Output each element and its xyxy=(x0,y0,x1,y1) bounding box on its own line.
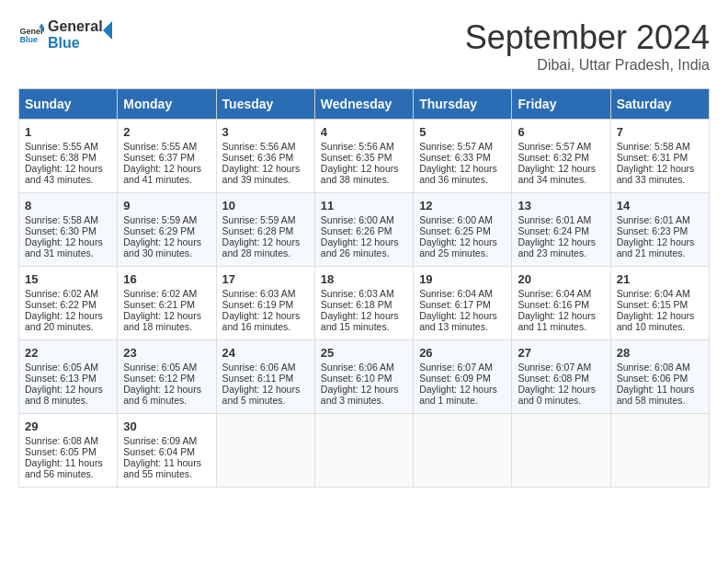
col-wednesday: Wednesday xyxy=(314,89,413,120)
svg-marker-2 xyxy=(39,23,44,27)
week-row-5: 29 Sunrise: 6:08 AM Sunset: 6:05 PM Dayl… xyxy=(19,414,710,488)
table-row: 10 Sunrise: 5:59 AM Sunset: 6:28 PM Dayl… xyxy=(216,193,314,267)
week-row-1: 1 Sunrise: 5:55 AM Sunset: 6:38 PM Dayli… xyxy=(19,120,710,193)
table-cell-empty xyxy=(314,414,413,488)
table-row: 23 Sunrise: 6:05 AM Sunset: 6:12 PM Dayl… xyxy=(118,340,216,414)
table-row: 14 Sunrise: 6:01 AM Sunset: 6:23 PM Dayl… xyxy=(610,193,709,267)
table-cell-empty xyxy=(216,414,314,488)
table-row: 22 Sunrise: 6:05 AM Sunset: 6:13 PM Dayl… xyxy=(19,340,118,414)
week-row-3: 15 Sunrise: 6:02 AM Sunset: 6:22 PM Dayl… xyxy=(19,267,710,340)
table-cell-empty xyxy=(414,414,512,488)
col-thursday: Thursday xyxy=(414,89,512,120)
svg-marker-4 xyxy=(103,21,112,40)
title-section: September 2024 Dibai, Uttar Pradesh, Ind… xyxy=(465,18,710,74)
logo-blue: Blue xyxy=(48,35,103,52)
table-row: 13 Sunrise: 6:01 AM Sunset: 6:24 PM Dayl… xyxy=(512,193,610,267)
calendar-header-row: Sunday Monday Tuesday Wednesday Thursday… xyxy=(19,89,710,120)
table-row: 21 Sunrise: 6:04 AM Sunset: 6:15 PM Dayl… xyxy=(610,267,709,340)
logo: General Blue General Blue xyxy=(18,18,121,51)
table-row: 20 Sunrise: 6:04 AM Sunset: 6:16 PM Dayl… xyxy=(512,267,610,340)
logo-general: General xyxy=(48,18,103,35)
col-tuesday: Tuesday xyxy=(216,89,314,120)
table-row: 6 Sunrise: 5:57 AM Sunset: 6:32 PM Dayli… xyxy=(512,120,610,193)
table-row: 8 Sunrise: 5:58 AM Sunset: 6:30 PM Dayli… xyxy=(19,193,118,267)
col-friday: Friday xyxy=(512,89,610,120)
table-row: 3 Sunrise: 5:56 AM Sunset: 6:36 PM Dayli… xyxy=(216,120,314,193)
table-row: 5 Sunrise: 5:57 AM Sunset: 6:33 PM Dayli… xyxy=(414,120,512,193)
page-header: General Blue General Blue September 2024… xyxy=(18,18,710,74)
table-row: 9 Sunrise: 5:59 AM Sunset: 6:29 PM Dayli… xyxy=(118,193,216,267)
table-row: 7 Sunrise: 5:58 AM Sunset: 6:31 PM Dayli… xyxy=(610,120,709,193)
table-row: 26 Sunrise: 6:07 AM Sunset: 6:09 PM Dayl… xyxy=(414,340,512,414)
col-saturday: Saturday xyxy=(610,89,709,120)
table-row: 16 Sunrise: 6:02 AM Sunset: 6:21 PM Dayl… xyxy=(118,267,216,340)
calendar-table: Sunday Monday Tuesday Wednesday Thursday… xyxy=(18,88,710,488)
svg-text:Blue: Blue xyxy=(19,35,38,44)
table-row: 18 Sunrise: 6:03 AM Sunset: 6:18 PM Dayl… xyxy=(314,267,413,340)
table-row: 17 Sunrise: 6:03 AM Sunset: 6:19 PM Dayl… xyxy=(216,267,314,340)
table-row: 29 Sunrise: 6:08 AM Sunset: 6:05 PM Dayl… xyxy=(19,414,118,488)
table-row: 19 Sunrise: 6:04 AM Sunset: 6:17 PM Dayl… xyxy=(414,267,512,340)
table-row: 15 Sunrise: 6:02 AM Sunset: 6:22 PM Dayl… xyxy=(19,267,118,340)
week-row-4: 22 Sunrise: 6:05 AM Sunset: 6:13 PM Dayl… xyxy=(19,340,710,414)
month-title: September 2024 xyxy=(465,18,710,57)
col-monday: Monday xyxy=(118,89,216,120)
location: Dibai, Uttar Pradesh, India xyxy=(465,57,710,74)
table-row: 2 Sunrise: 5:55 AM Sunset: 6:37 PM Dayli… xyxy=(118,120,216,193)
week-row-2: 8 Sunrise: 5:58 AM Sunset: 6:30 PM Dayli… xyxy=(19,193,710,267)
table-cell-empty xyxy=(512,414,610,488)
logo-icon: General Blue xyxy=(18,22,44,48)
table-row: 30 Sunrise: 6:09 AM Sunset: 6:04 PM Dayl… xyxy=(118,414,216,488)
table-row: 27 Sunrise: 6:07 AM Sunset: 6:08 PM Dayl… xyxy=(512,340,610,414)
table-row: 11 Sunrise: 6:00 AM Sunset: 6:26 PM Dayl… xyxy=(314,193,413,267)
table-row: 4 Sunrise: 5:56 AM Sunset: 6:35 PM Dayli… xyxy=(314,120,413,193)
table-row: 25 Sunrise: 6:06 AM Sunset: 6:10 PM Dayl… xyxy=(314,340,413,414)
table-row: 28 Sunrise: 6:08 AM Sunset: 6:06 PM Dayl… xyxy=(610,340,709,414)
table-row: 1 Sunrise: 5:55 AM Sunset: 6:38 PM Dayli… xyxy=(19,120,118,193)
col-sunday: Sunday xyxy=(19,89,118,120)
table-row: 24 Sunrise: 6:06 AM Sunset: 6:11 PM Dayl… xyxy=(216,340,314,414)
logo-arrow-icon xyxy=(103,21,121,40)
table-cell-empty xyxy=(610,414,709,488)
table-row: 12 Sunrise: 6:00 AM Sunset: 6:25 PM Dayl… xyxy=(414,193,512,267)
